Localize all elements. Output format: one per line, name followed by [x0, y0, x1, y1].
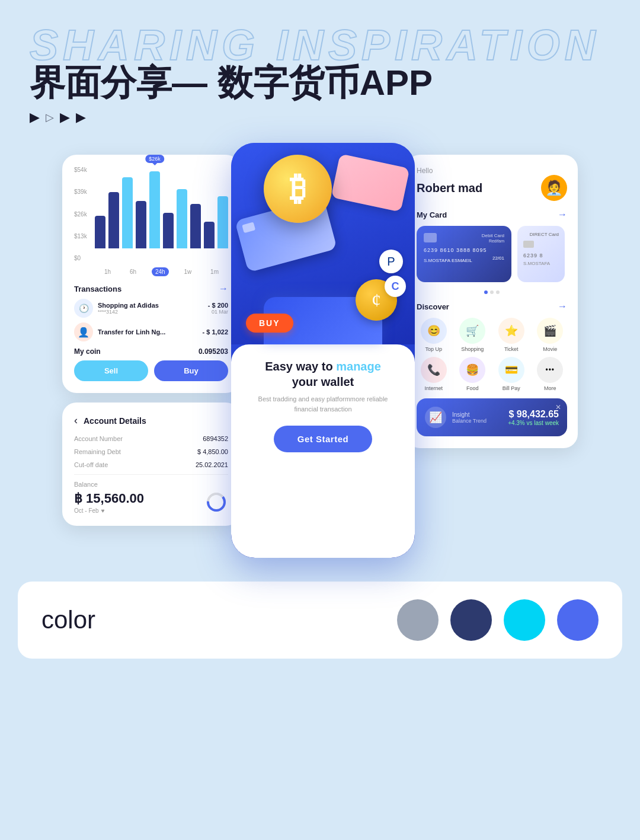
- avatar-emoji: 🧑‍💼: [545, 180, 563, 196]
- back-button[interactable]: ‹: [74, 414, 78, 427]
- insight-card: 📈 Insight Balance Trend $ 98,432.65 +4.3…: [417, 398, 567, 436]
- y-label-0: $0: [74, 255, 87, 261]
- insight-icon: 📈: [425, 407, 446, 428]
- bar-6: [163, 213, 174, 248]
- transaction-icon-1: 🕐: [74, 299, 93, 318]
- swatch-gray: [397, 599, 439, 641]
- phone-3d-illustration: ₿ ¢ BUY P C: [231, 143, 415, 344]
- discover-item-billpay[interactable]: 💳 Bill Pay: [494, 357, 529, 391]
- sell-button[interactable]: Sell: [74, 360, 148, 381]
- phone-bottom-content: Easy way to manage your wallet Best trad…: [231, 344, 415, 558]
- balance-bottom: ฿ 15,560.00 Oct - Feb ♥: [74, 490, 228, 514]
- shopping-icon: 🛒: [459, 318, 485, 344]
- chart-transactions-panel: $54k $39k $26k $13k $0 $26k: [62, 155, 240, 393]
- coin-value: 0.095203: [199, 347, 228, 356]
- swatch-blue: [557, 599, 599, 641]
- panels-row: $54k $39k $26k $13k $0 $26k: [0, 137, 640, 570]
- dot-2: [490, 290, 494, 294]
- internet-icon: 📞: [421, 357, 447, 383]
- billpay-label: Bill Pay: [503, 385, 520, 391]
- transactions-arrow[interactable]: →: [219, 283, 228, 294]
- play-icons-row: ▶ ▷ ▶ ▶: [30, 110, 610, 125]
- transaction-item-1[interactable]: 🕐 Shopping at Adidas ****3142 - $ 200 01…: [74, 299, 228, 318]
- play-icon-3: ▶: [60, 110, 70, 125]
- my-card-title: My Card: [417, 210, 447, 219]
- account-details-panel: ‹ Account Details Account Number 6894352…: [62, 403, 240, 526]
- billpay-icon: 💳: [498, 357, 524, 383]
- transaction-item-2[interactable]: 👤 Transfer for Linh Ng... - $ 1,022: [74, 322, 228, 341]
- x-label-1h[interactable]: 1h: [101, 267, 114, 276]
- remaining-debt-label: Remaining Debt: [74, 448, 121, 455]
- card-chip-3d: [242, 222, 255, 233]
- ticket-icon: ⭐: [498, 318, 524, 344]
- x-label-1w[interactable]: 1w: [180, 267, 195, 276]
- bar-10: [217, 196, 228, 248]
- transaction-date-1: 01 Mar: [208, 309, 228, 315]
- pink-card-3d: [331, 154, 410, 212]
- card-network-1: Redifam: [489, 239, 504, 243]
- discover-item-ticket[interactable]: ⭐ Ticket: [494, 318, 529, 352]
- card-name-2: S.MOSTAFA: [523, 261, 559, 266]
- center-phone: ₿ ¢ BUY P C Easy way to manage: [231, 143, 415, 558]
- card-number-row-1: 6239 8610 3888 8095: [424, 247, 504, 253]
- discover-item-internet[interactable]: 📞 Internet: [417, 357, 451, 391]
- topup-icon: 😊: [421, 318, 447, 344]
- my-card-arrow[interactable]: →: [558, 209, 567, 220]
- buy-badge[interactable]: BUY: [246, 314, 293, 333]
- sharing-inspiration-title: SHARING INSPIRATION: [30, 24, 610, 66]
- bar-5-active: $26k: [149, 171, 160, 248]
- my-card-header: My Card →: [417, 209, 567, 220]
- headline-highlight: manage: [336, 360, 381, 373]
- debit-card-1[interactable]: Debit CardRedifam 6239 8610 3888 8095 S.…: [417, 226, 511, 282]
- discover-item-food[interactable]: 🍔 Food: [456, 357, 490, 391]
- ticket-label: Ticket: [504, 346, 519, 352]
- transaction-amount-col-1: - $ 200 01 Mar: [208, 302, 228, 315]
- get-started-button[interactable]: Get Started: [274, 426, 372, 452]
- card-chip-2: [523, 241, 534, 248]
- headline-part1: Easy way to: [265, 360, 336, 373]
- heart-icon: ♥: [101, 507, 105, 514]
- insight-title: Insight: [452, 411, 502, 418]
- movie-icon: 🎬: [537, 318, 563, 344]
- card-number-2: 6239 8: [523, 253, 559, 258]
- account-row-debt: Remaining Debt $ 4,850.00: [74, 448, 228, 455]
- discover-item-movie[interactable]: 🎬 Movie: [533, 318, 568, 352]
- buy-button[interactable]: Buy: [154, 360, 228, 381]
- phone-subtext: Best tradding and easy platformmore reli…: [245, 394, 401, 414]
- user-info: Robert mad: [417, 181, 482, 195]
- x-label-6h[interactable]: 6h: [126, 267, 140, 276]
- period-text: Oct - Feb: [74, 507, 99, 514]
- transaction-name-1: Shopping at Adidas: [98, 302, 203, 309]
- balance-period: Oct - Feb ♥: [74, 507, 144, 514]
- bar-4: [136, 201, 146, 248]
- bar-9: [204, 222, 215, 248]
- bar-2: [108, 192, 119, 248]
- x-label-24h[interactable]: 24h: [152, 267, 169, 276]
- discover-grid: 😊 Top Up 🛒 Shopping ⭐ Ticket 🎬 Movie 📞 I…: [417, 318, 567, 391]
- account-row-cutoff: Cut-off date 25.02.2021: [74, 461, 228, 468]
- transaction-info-2: Transfer for Linh Ng...: [98, 328, 198, 336]
- discover-item-more[interactable]: ••• More: [533, 357, 568, 391]
- play-icon-2: ▷: [46, 111, 54, 124]
- chart-area: $54k $39k $26k $13k $0 $26k: [74, 167, 228, 261]
- remaining-debt-value: $ 4,850.00: [197, 448, 228, 455]
- bar-3: [122, 177, 133, 248]
- user-name: Robert mad: [417, 181, 482, 195]
- more-label: More: [544, 385, 556, 391]
- transactions-header: Transactions →: [74, 283, 228, 294]
- left-column: $54k $39k $26k $13k $0 $26k: [62, 143, 240, 526]
- balance-label: Balance: [74, 481, 228, 488]
- transactions-title: Transactions: [74, 285, 121, 293]
- discover-title: Discover: [417, 302, 449, 311]
- insight-close-button[interactable]: ✕: [555, 403, 561, 411]
- discover-item-topup[interactable]: 😊 Top Up: [417, 318, 451, 352]
- transaction-amount-col-2: - $ 1,022: [203, 328, 228, 336]
- debit-card-2[interactable]: DIRECT Card 6239 8 S.MOSTAFA: [517, 226, 565, 282]
- chart-bubble: $26k: [145, 155, 164, 163]
- discover-arrow[interactable]: →: [558, 301, 567, 312]
- card-type-1: Debit CardRedifam: [482, 233, 504, 244]
- internet-label: Internet: [424, 385, 443, 391]
- c-icon: C: [385, 276, 406, 297]
- x-label-1m[interactable]: 1m: [207, 267, 222, 276]
- discover-item-shopping[interactable]: 🛒 Shopping: [456, 318, 490, 352]
